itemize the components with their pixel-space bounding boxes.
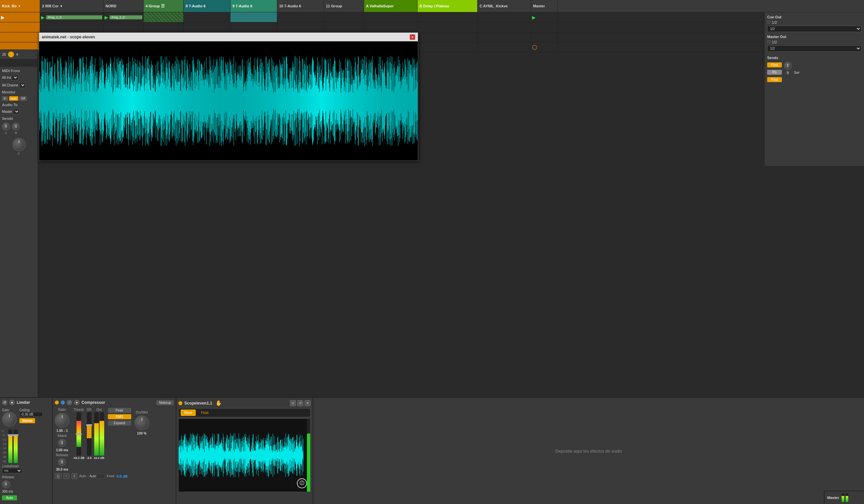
gr-fader[interactable] xyxy=(87,412,92,456)
scopeleven-panel: Scopeleven1.1 ✋ ⊡ ↺ ✕ Wave Float ⓘ xyxy=(176,398,313,504)
track-delay[interactable]: B Delay | Plateau xyxy=(418,0,478,12)
peak-btn[interactable]: Peak xyxy=(108,408,131,413)
post-btn-3[interactable]: Post xyxy=(767,77,782,82)
bottom-panels: ↺ ■ Limiter Gain Ceiling -0.30 dB Stereo… xyxy=(0,397,864,504)
play-icon-master[interactable]: ▶ xyxy=(532,15,536,20)
track-kick-arrow[interactable]: ▼ xyxy=(18,4,21,8)
comp-mode-curve[interactable]: ~ xyxy=(63,473,70,479)
prog2d-clip-2[interactable]: Prog_2_D xyxy=(110,15,142,20)
number-row: 26 4 xyxy=(0,49,38,59)
thresh-thumb[interactable] xyxy=(76,433,82,435)
monitor-auto-btn[interactable]: Auto xyxy=(9,96,19,101)
ratio-knob[interactable] xyxy=(55,413,70,428)
release-knob[interactable] xyxy=(2,480,10,488)
attack-knob[interactable] xyxy=(58,439,66,447)
fader-track-2[interactable] xyxy=(14,430,18,463)
limiter-top-row: Gain Ceiling -0.30 dB Stereo xyxy=(2,407,50,427)
track-row-2 xyxy=(0,22,864,32)
limiter-icon-save[interactable]: ■ xyxy=(9,400,15,405)
scope-icon-expand[interactable]: ⊡ xyxy=(290,400,296,406)
all-channels-row: All Channe ▼ xyxy=(2,83,36,88)
fader-track-1[interactable] xyxy=(8,430,12,463)
post-btn-2[interactable]: Po xyxy=(767,70,782,75)
auto-btn[interactable]: Auto xyxy=(2,495,17,500)
track-808cor-arrow[interactable]: ▼ xyxy=(60,4,63,8)
ceiling-input[interactable]: -0.30 dB xyxy=(19,412,43,417)
track-row-1: ▶ ▶ Prog_2_D ▶ Prog_2_D ▶ xyxy=(0,12,864,22)
gain-knob[interactable] xyxy=(2,412,17,427)
wave-btn[interactable]: Wave xyxy=(181,409,196,416)
send-a-knob[interactable] xyxy=(2,123,10,131)
comp-mode-bars[interactable]: ||| xyxy=(55,473,61,479)
track-audio10[interactable]: 10 7-Audio 6 xyxy=(277,0,324,12)
auto-input[interactable] xyxy=(88,474,105,479)
lookahead-select[interactable]: ms xyxy=(2,468,22,473)
track-master[interactable]: Master xyxy=(531,0,558,12)
send-c-knob[interactable] xyxy=(12,138,26,151)
post-btn-1[interactable]: Post xyxy=(767,62,782,67)
track-audio9[interactable]: 9 7-Audio 6 xyxy=(230,0,277,12)
track-row2-group4 xyxy=(144,22,184,32)
track-audio7a[interactable]: 8 7-Audio 6 xyxy=(184,0,230,12)
thresh-fader-1[interactable] xyxy=(76,412,81,456)
track-group11-label: 11 Group xyxy=(326,4,342,8)
num-circle xyxy=(8,51,14,58)
b-knob[interactable] xyxy=(784,62,792,70)
scope-info-icon[interactable]: ⓘ xyxy=(297,478,307,488)
play-icon-3[interactable]: ▶ xyxy=(105,15,108,20)
track-808cor[interactable]: 2 808 Cor ▼ xyxy=(40,0,104,12)
play-icon-1[interactable]: ▶ xyxy=(1,15,5,20)
checkbox-cue[interactable]: ☐ xyxy=(767,20,770,24)
scope-icon-close[interactable]: ✕ xyxy=(304,400,311,406)
sends-label: Sends xyxy=(2,116,36,121)
checkbox-master[interactable]: ☐ xyxy=(767,40,770,44)
attack-label: Attack xyxy=(58,434,67,438)
makeup-btn[interactable]: Makeup xyxy=(156,400,174,405)
track-group4[interactable]: 4 Group ☰ xyxy=(144,0,184,12)
track-nord[interactable]: NORD xyxy=(104,0,144,12)
limiter-ceiling-section: Ceiling -0.30 dB Stereo xyxy=(19,407,43,423)
auto-label: Auto xyxy=(79,474,86,478)
track-row4-master: ⬡ xyxy=(531,42,558,52)
scope-close-button[interactable]: × xyxy=(410,34,415,40)
dry-wet-knob[interactable] xyxy=(135,416,149,430)
stereo-btn[interactable]: Stereo xyxy=(19,418,35,423)
all-ins-select[interactable]: ▼ xyxy=(12,75,19,81)
dry-wet-label: Dry/Wet xyxy=(136,410,148,414)
send-c: C xyxy=(2,138,36,155)
prog2d-clip-1[interactable]: Prog_2_D xyxy=(46,15,102,20)
play-icon-2[interactable]: ▶ xyxy=(41,15,45,20)
scope-display xyxy=(39,41,418,161)
master-select[interactable]: ▼ xyxy=(13,109,20,114)
master-select-row: 1/2 xyxy=(767,45,861,53)
comp-mode-grid[interactable]: # xyxy=(71,473,77,479)
monitor-off-btn[interactable]: Off xyxy=(19,96,27,101)
comp-save-btn[interactable]: ■ xyxy=(74,400,80,405)
track-aynil[interactable]: C AYNIL_Kickve xyxy=(478,0,531,12)
cue-out-select[interactable]: 1/2 xyxy=(767,26,861,32)
track-kick[interactable]: Kick_Ro ▼ xyxy=(0,0,40,12)
float-btn[interactable]: Float xyxy=(199,410,211,415)
send-b-knob[interactable] xyxy=(12,123,20,131)
drop-text: Deposite aquí los efectos de audio xyxy=(555,448,622,454)
gr-thumb[interactable] xyxy=(86,424,92,426)
master-text: Master xyxy=(2,110,12,113)
fader-thumb-1[interactable] xyxy=(8,434,13,436)
track-row1-audio10 xyxy=(277,12,324,22)
fader-thumb-2[interactable] xyxy=(13,434,19,436)
release-knob-comp[interactable] xyxy=(58,458,66,466)
monitor-in-btn[interactable]: In xyxy=(2,96,8,101)
limiter-icon-refresh[interactable]: ↺ xyxy=(2,400,7,405)
stereo-btn-wrapper: Stereo xyxy=(19,418,43,423)
track-audio9-label: 9 7-Audio 6 xyxy=(232,4,252,8)
all-channels-select[interactable]: ▼ xyxy=(19,83,26,88)
expand-btn[interactable]: Expand xyxy=(108,420,131,426)
knee-label: Knee xyxy=(107,474,115,478)
master-out-select[interactable]: 1/2 xyxy=(767,45,861,52)
comp-refresh-btn[interactable]: ↺ xyxy=(67,400,72,405)
track-group11[interactable]: 11 Group xyxy=(324,0,364,12)
rms-btn[interactable]: RMS xyxy=(108,414,131,419)
scope-icon-refresh[interactable]: ↺ xyxy=(297,400,303,406)
track-valhalla[interactable]: A ValhallaSuper xyxy=(364,0,418,12)
track-row1-aynil xyxy=(478,12,531,22)
